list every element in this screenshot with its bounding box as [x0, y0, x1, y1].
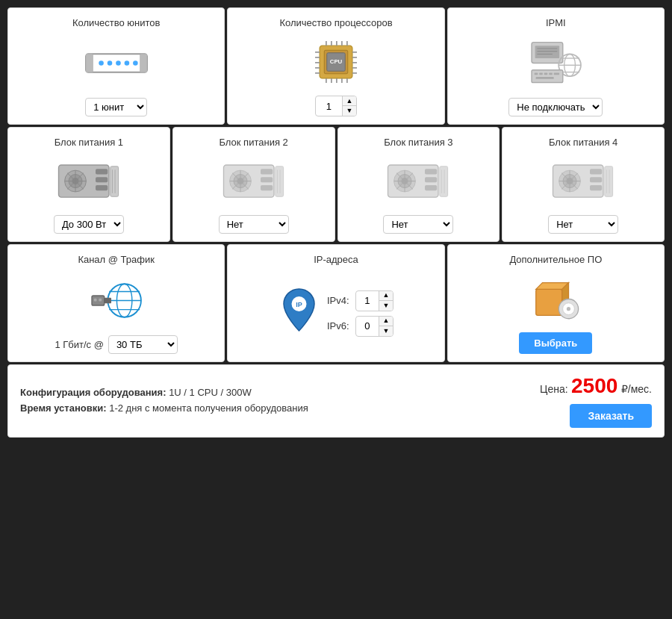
svg-rect-99 — [590, 169, 602, 174]
cpu-spinner[interactable]: ▲ ▼ — [315, 96, 357, 116]
ipv4-spinner-down[interactable]: ▼ — [379, 301, 393, 311]
price-unit: ₽/мес. — [621, 383, 652, 395]
rack-icon — [83, 46, 150, 80]
units-title: Количество юнитов — [16, 17, 217, 28]
svg-rect-48 — [535, 77, 553, 79]
config-label: Конфигурация оборудования: — [20, 387, 167, 398]
svg-point-119 — [567, 307, 570, 311]
ipmi-icon-area — [528, 36, 584, 90]
config-value: 1U / 1 CPU / 300W — [169, 387, 252, 398]
svg-rect-47 — [554, 73, 559, 75]
psu3-control[interactable]: Нет До 300 Вт До 500 Вт — [383, 215, 453, 234]
svg-rect-57 — [96, 169, 108, 174]
svg-rect-102 — [605, 167, 613, 197]
ipv4-spinner[interactable]: ▲ ▼ — [355, 290, 393, 311]
install-value: 1-2 дня с момента получения оборудования — [109, 402, 308, 414]
ipmi-select[interactable]: Не подключать Подключить — [508, 98, 603, 116]
svg-rect-59 — [96, 185, 108, 190]
svg-text:IP: IP — [296, 301, 302, 308]
card-channel: Канал @ Трафик 1 Гбит — [7, 244, 225, 362]
svg-point-3 — [99, 60, 104, 66]
svg-point-7 — [133, 60, 138, 66]
svg-rect-72 — [261, 177, 273, 182]
card-psu4: Блок питания 4 — [502, 127, 665, 242]
channel-traffic-select[interactable]: 10 ТБ 30 ТБ 50 ТБ Безлимит — [108, 335, 178, 354]
psu3-title: Блок питания 3 — [346, 137, 492, 148]
psu3-icon-area — [385, 155, 452, 208]
svg-point-5 — [116, 60, 121, 66]
svg-rect-33 — [535, 46, 559, 58]
svg-rect-116 — [536, 289, 562, 315]
svg-rect-110 — [92, 296, 105, 305]
units-control[interactable]: 1 юнит 2 юнита 4 юнита — [85, 98, 147, 116]
info-bar-left: Конфигурация оборудования: 1U / 1 CPU / … — [20, 385, 308, 417]
ipv4-spinner-input[interactable] — [356, 293, 379, 308]
svg-rect-44 — [539, 73, 543, 75]
svg-rect-88 — [440, 167, 448, 197]
svg-rect-112 — [94, 298, 97, 301]
svg-rect-100 — [590, 177, 602, 182]
psu3-select[interactable]: Нет До 300 Вт До 500 Вт — [383, 215, 453, 234]
svg-point-6 — [124, 60, 129, 66]
card-cpu: Количество процессоров CPU — [227, 7, 444, 125]
cpu-icon: CPU — [310, 36, 362, 88]
svg-text:CPU: CPU — [330, 58, 343, 65]
cpu-control[interactable]: ▲ ▼ — [315, 96, 357, 116]
svg-rect-43 — [535, 73, 538, 75]
main-container: Количество юнитов 1 юнит — [7, 7, 665, 438]
ipv6-spinner-down[interactable]: ▼ — [379, 326, 393, 336]
psu4-control[interactable]: Нет До 300 Вт До 500 Вт — [548, 215, 618, 234]
cpu-spinner-up[interactable]: ▲ — [343, 96, 356, 106]
info-bar-right: Цена: 2500 ₽/мес. Заказать — [540, 374, 652, 428]
svg-rect-113 — [99, 298, 102, 301]
software-title: Дополнительное ПО — [455, 254, 656, 265]
svg-rect-2 — [140, 54, 147, 72]
psu4-select[interactable]: Нет До 300 Вт До 500 Вт — [548, 215, 618, 234]
ipv4-row: IPv4: ▲ ▼ — [327, 290, 393, 311]
ipmi-control[interactable]: Не подключать Подключить — [508, 98, 603, 116]
ipv6-spinner[interactable]: ▲ ▼ — [355, 316, 393, 337]
svg-rect-46 — [549, 73, 553, 75]
card-ipmi: IPMI — [447, 7, 665, 125]
psu2-title: Блок питания 2 — [181, 137, 327, 148]
psu2-select[interactable]: Нет До 300 Вт До 500 Вт — [219, 215, 289, 234]
svg-rect-111 — [105, 297, 111, 302]
card-psu3: Блок питания 3 — [337, 127, 500, 242]
price-label: Цена: — [540, 383, 568, 395]
software-select-button[interactable]: Выбрать — [519, 332, 592, 354]
ipv4-spinner-up[interactable]: ▲ — [379, 291, 393, 301]
software-icon-area — [529, 273, 582, 325]
units-icon — [83, 36, 150, 90]
info-bar: Конфигурация оборудования: 1U / 1 CPU / … — [7, 364, 665, 438]
install-label: Время установки: — [20, 402, 107, 414]
price-value: 2500 — [571, 374, 617, 397]
svg-rect-58 — [96, 177, 108, 182]
units-select[interactable]: 1 юнит 2 юнита 4 юнита — [85, 98, 147, 116]
ip-controls: IPv4: ▲ ▼ IPv6: — [327, 290, 393, 337]
card-psu2: Блок питания 2 — [172, 127, 335, 242]
cpu-spinner-down[interactable]: ▼ — [343, 106, 356, 116]
card-psu1: Блок питания 1 — [7, 127, 170, 242]
cpu-title: Количество процессоров — [235, 17, 436, 28]
channel-row: 1 Гбит/с @ 10 ТБ 30 ТБ 50 ТБ Безлимит — [55, 335, 177, 354]
psu2-control[interactable]: Нет До 300 Вт До 500 Вт — [219, 215, 289, 234]
ip-card-inner: IP IPv4: ▲ ▼ — [279, 273, 393, 354]
psu1-icon-area — [55, 155, 122, 208]
ipv6-spinner-buttons: ▲ ▼ — [379, 317, 393, 336]
row-2: Блок питания 1 — [7, 127, 665, 242]
ipv6-spinner-input[interactable] — [356, 318, 379, 334]
software-control[interactable]: Выбрать — [519, 332, 592, 354]
order-button[interactable]: Заказать — [570, 404, 652, 428]
network-icon — [88, 276, 144, 325]
psu1-control[interactable]: До 300 Вт До 500 Вт До 800 Вт — [54, 215, 124, 234]
psu2-icon-area — [220, 155, 287, 208]
svg-rect-85 — [425, 169, 437, 174]
card-software: Дополнительное ПО Выбрать — [447, 244, 665, 362]
card-ip: IP-адреса IP IPv4: — [227, 244, 444, 362]
cpu-spinner-input[interactable] — [316, 99, 342, 114]
psu1-select[interactable]: До 300 Вт До 500 Вт До 800 Вт — [54, 215, 124, 234]
svg-rect-1 — [86, 54, 93, 72]
ipv6-spinner-up[interactable]: ▲ — [379, 317, 393, 326]
row-3: Канал @ Трафик 1 Гбит — [7, 244, 665, 362]
svg-rect-73 — [261, 185, 273, 190]
